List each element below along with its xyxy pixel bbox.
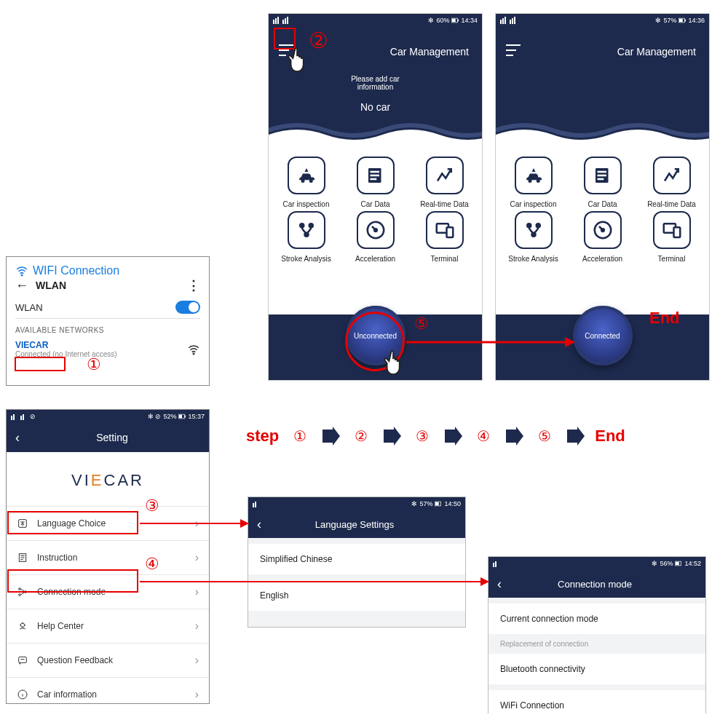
svg-point-9 bbox=[301, 179, 304, 183]
stroke-analysis-button[interactable]: Stroke Analysis bbox=[272, 211, 341, 263]
status-bar: ✻57%14:50 bbox=[248, 497, 465, 510]
status-bar: ✻56%14:52 bbox=[488, 557, 705, 570]
svg-marker-84 bbox=[506, 427, 523, 446]
svg-marker-81 bbox=[323, 427, 340, 446]
annotation-box-4 bbox=[7, 569, 138, 593]
status-bar: ✻ 60% 14:34 bbox=[269, 14, 482, 27]
acceleration-button[interactable]: Acceleration bbox=[568, 211, 637, 263]
step-badge-3: ③ bbox=[143, 496, 162, 515]
svg-marker-82 bbox=[384, 427, 401, 446]
battery-pct: 60% bbox=[436, 17, 449, 24]
page-title: Car Management bbox=[617, 46, 696, 58]
svg-rect-47 bbox=[13, 414, 15, 420]
svg-point-44 bbox=[21, 274, 23, 276]
svg-point-31 bbox=[528, 179, 531, 183]
svg-rect-23 bbox=[502, 18, 504, 24]
svg-rect-51 bbox=[179, 415, 182, 418]
car-information-row[interactable]: Car information› bbox=[7, 677, 209, 704]
network-row[interactable]: VIECAR Connected (no Internet access) bbox=[15, 334, 200, 358]
wlan-heading: WLAN bbox=[36, 280, 66, 291]
svg-point-16 bbox=[309, 223, 312, 227]
clock: 15:37 bbox=[188, 413, 205, 420]
svg-rect-52 bbox=[185, 416, 186, 418]
more-icon[interactable]: ⋮ bbox=[187, 277, 200, 293]
lang-title: Language Settings bbox=[253, 519, 456, 530]
back-icon[interactable]: ‹ bbox=[15, 430, 20, 446]
clock: 14:34 bbox=[461, 17, 478, 24]
help-center-row[interactable]: Help Center› bbox=[7, 609, 209, 643]
step-badge-4: ④ bbox=[143, 555, 162, 574]
svg-rect-35 bbox=[597, 175, 606, 177]
no-car-label: No car bbox=[269, 101, 482, 113]
car-inspection-button[interactable]: Car inspection bbox=[499, 157, 568, 208]
stroke-analysis-button[interactable]: Stroke Analysis bbox=[499, 211, 568, 263]
svg-point-61 bbox=[20, 623, 24, 627]
svg-point-60 bbox=[19, 594, 21, 596]
svg-rect-3 bbox=[282, 20, 284, 24]
svg-point-32 bbox=[536, 179, 539, 183]
terminal-button[interactable]: Terminal bbox=[410, 211, 479, 263]
svg-marker-83 bbox=[445, 427, 462, 446]
svg-rect-13 bbox=[370, 175, 379, 177]
acceleration-button[interactable]: Acceleration bbox=[341, 211, 410, 263]
wifi-title: WIFI Connection bbox=[33, 264, 119, 277]
svg-rect-62 bbox=[19, 657, 27, 662]
arrow-lang bbox=[140, 518, 249, 529]
network-name: VIECAR bbox=[15, 340, 117, 350]
svg-rect-22 bbox=[500, 20, 502, 24]
wifi-signal-icon bbox=[187, 343, 200, 356]
svg-rect-29 bbox=[679, 19, 683, 22]
svg-rect-5 bbox=[287, 17, 288, 24]
wifi-connection-row[interactable]: WiFi Connection bbox=[488, 690, 705, 721]
bluetooth-row[interactable]: Bluetooth connectivity bbox=[488, 654, 705, 684]
car-data-button[interactable]: Car Data bbox=[341, 157, 410, 208]
svg-marker-78 bbox=[240, 519, 249, 528]
svg-marker-85 bbox=[567, 427, 585, 446]
svg-rect-7 bbox=[452, 19, 456, 22]
svg-rect-72 bbox=[495, 561, 496, 567]
svg-rect-43 bbox=[673, 227, 680, 237]
terminal-button[interactable]: Terminal bbox=[637, 211, 706, 263]
step-label: step bbox=[246, 427, 279, 446]
svg-rect-67 bbox=[253, 503, 254, 507]
status-bar: ⊘ ✻ ⊘ 52% 15:37 bbox=[7, 410, 209, 423]
svg-marker-76 bbox=[565, 337, 575, 347]
step-badge-1: ① bbox=[84, 355, 103, 374]
svg-point-10 bbox=[309, 179, 312, 183]
svg-rect-46 bbox=[11, 416, 12, 420]
available-networks-header: AVAILABLE NETWORKS bbox=[15, 318, 200, 334]
svg-rect-68 bbox=[255, 502, 256, 507]
annotation-box-3 bbox=[7, 511, 138, 534]
wlan-toggle-label: WLAN bbox=[15, 302, 43, 313]
feature-grid: Car inspection Car Data Real-time Data S… bbox=[496, 143, 709, 269]
svg-rect-71 bbox=[493, 563, 494, 567]
svg-rect-74 bbox=[676, 562, 679, 565]
hand-icon bbox=[379, 345, 412, 381]
svg-rect-48 bbox=[20, 416, 22, 420]
annotation-box-1 bbox=[15, 357, 66, 371]
svg-rect-8 bbox=[458, 20, 459, 22]
svg-rect-27 bbox=[514, 17, 515, 24]
wlan-toggle[interactable] bbox=[175, 301, 200, 314]
current-connection-row[interactable]: Current connection mode bbox=[488, 604, 705, 634]
back-icon[interactable]: ← bbox=[15, 278, 28, 293]
car-data-button[interactable]: Car Data bbox=[568, 157, 637, 208]
lang-option-simplified-chinese[interactable]: Simplified Chinese bbox=[248, 544, 465, 574]
page-title: Car Management bbox=[390, 46, 469, 58]
svg-rect-26 bbox=[512, 18, 513, 24]
svg-rect-21 bbox=[446, 227, 453, 237]
connect-button[interactable]: Connected bbox=[573, 306, 633, 365]
realtime-data-button[interactable]: Real-time Data bbox=[410, 157, 479, 208]
replacement-subhead: Replacement of connection bbox=[488, 634, 705, 648]
question-feedback-row[interactable]: Question Feedback› bbox=[7, 643, 209, 677]
svg-point-45 bbox=[193, 353, 194, 355]
svg-rect-2 bbox=[277, 17, 279, 24]
svg-rect-0 bbox=[273, 20, 274, 24]
svg-marker-80 bbox=[480, 577, 489, 586]
wifi-icon bbox=[15, 264, 28, 277]
menu-icon[interactable] bbox=[506, 44, 521, 56]
realtime-data-button[interactable]: Real-time Data bbox=[637, 157, 706, 208]
car-inspection-button[interactable]: Car inspection bbox=[272, 157, 341, 208]
svg-point-41 bbox=[601, 229, 604, 232]
clock: 14:36 bbox=[688, 17, 705, 24]
